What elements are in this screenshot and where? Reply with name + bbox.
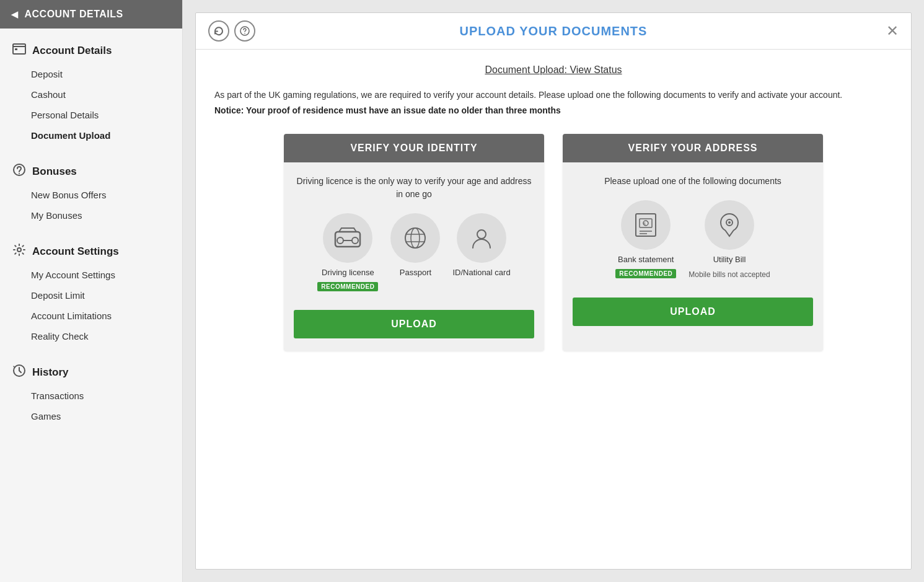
doc-notice: Notice: Your proof of residence must hav…	[214, 105, 892, 115]
verify-address-header: VERIFY YOUR ADDRESS	[563, 134, 823, 162]
option-driving-license[interactable]: Driving license RECOMMENDED	[317, 213, 378, 291]
sidebar-item-cashout[interactable]: Cashout	[0, 84, 182, 105]
passport-icon	[390, 213, 440, 263]
bank-statement-icon: $	[621, 200, 671, 250]
account-icon	[12, 42, 26, 59]
header-icons	[208, 20, 255, 42]
sidebar-item-my-account-settings[interactable]: My Account Settings	[0, 265, 182, 285]
sidebar-item-new-bonus-offers[interactable]: New Bonus Offers	[0, 185, 182, 205]
svg-point-11	[352, 237, 358, 244]
sidebar-section-label-bonuses: Bonuses	[32, 165, 77, 178]
sidebar-section-label-settings: Account Settings	[32, 245, 119, 258]
doc-upload-link[interactable]: Document Upload: View Status	[214, 64, 892, 76]
driving-license-icon	[323, 213, 372, 263]
sidebar-section-label-account: Account Details	[32, 45, 112, 57]
svg-point-12	[405, 228, 425, 248]
modal: UPLOAD YOUR DOCUMENTS ✕ Document Upload:…	[195, 12, 912, 570]
sidebar-item-my-bonuses[interactable]: My Bonuses	[0, 205, 182, 226]
svg-rect-17	[636, 214, 656, 236]
sidebar-section-settings: Account Settings My Account Settings Dep…	[0, 229, 182, 350]
doc-description: As part of the UK gaming regulations, we…	[214, 88, 892, 102]
sidebar-item-document-upload[interactable]: Document Upload	[0, 125, 182, 146]
sidebar-section-history: History Transactions Games	[0, 350, 182, 430]
driving-license-recommended: RECOMMENDED	[317, 282, 378, 291]
address-upload-button[interactable]: UPLOAD	[573, 298, 813, 326]
modal-title: UPLOAD YOUR DOCUMENTS	[460, 24, 648, 38]
settings-icon	[12, 243, 26, 260]
sidebar-section-title-bonuses[interactable]: Bonuses	[0, 158, 182, 185]
utility-bill-label: Utility Bill	[713, 255, 746, 264]
sidebar-item-reality-check[interactable]: Reality Check	[0, 326, 182, 346]
sidebar-item-games[interactable]: Games	[0, 406, 182, 426]
passport-label: Passport	[400, 268, 431, 277]
svg-point-5	[17, 248, 21, 252]
chevron-left-icon: ◀	[11, 9, 19, 19]
svg-rect-9	[335, 232, 360, 247]
sidebar-item-personal-details[interactable]: Personal Details	[0, 105, 182, 125]
sidebar-item-deposit[interactable]: Deposit	[0, 64, 182, 84]
svg-point-10	[337, 237, 343, 244]
sidebar-header-label: ACCOUNT DETAILS	[25, 9, 123, 20]
svg-point-16	[477, 230, 486, 239]
svg-point-8	[244, 33, 245, 34]
close-button[interactable]: ✕	[886, 24, 899, 38]
sidebar-section-title-settings[interactable]: Account Settings	[0, 238, 182, 265]
verify-address-body: Please upload one of the following docum…	[563, 162, 823, 338]
history-icon	[12, 364, 26, 381]
help-icon[interactable]	[234, 20, 255, 42]
sidebar-section-account: Account Details Deposit Cashout Personal…	[0, 29, 182, 149]
option-passport[interactable]: Passport	[390, 213, 440, 291]
modal-header: UPLOAD YOUR DOCUMENTS ✕	[196, 13, 911, 50]
utility-bill-icon	[705, 200, 754, 250]
id-card-icon	[457, 213, 506, 263]
id-card-label: ID/National card	[452, 268, 510, 277]
verify-address-subtitle: Please upload one of the following docum…	[604, 175, 781, 188]
sidebar-section-title-account[interactable]: Account Details	[0, 37, 182, 64]
main-content: UPLOAD YOUR DOCUMENTS ✕ Document Upload:…	[183, 0, 924, 582]
svg-point-13	[411, 228, 420, 248]
utility-bill-note: Mobile bills not accepted	[689, 270, 770, 279]
bonuses-icon	[12, 163, 26, 180]
sidebar-section-bonuses: Bonuses New Bonus Offers My Bonuses	[0, 149, 182, 229]
sidebar-item-transactions[interactable]: Transactions	[0, 386, 182, 406]
sidebar-section-label-history: History	[32, 366, 69, 379]
sidebar-item-account-limitations[interactable]: Account Limitations	[0, 306, 182, 326]
option-utility-bill[interactable]: Utility Bill Mobile bills not accepted	[689, 200, 770, 279]
sidebar-item-deposit-limit[interactable]: Deposit Limit	[0, 285, 182, 306]
svg-point-4	[19, 173, 20, 174]
svg-rect-2	[15, 48, 17, 50]
refresh-icon[interactable]	[208, 20, 229, 42]
option-bank-statement[interactable]: $ Bank statement RECOMMENDED	[615, 200, 676, 279]
verify-identity-body: Driving licence is the only way to verif…	[284, 162, 544, 351]
verify-identity-card: VERIFY YOUR IDENTITY Driving licence is …	[284, 134, 544, 351]
bank-statement-recommended: RECOMMENDED	[615, 269, 676, 278]
sidebar-header[interactable]: ◀ ACCOUNT DETAILS	[0, 0, 182, 29]
sidebar: ◀ ACCOUNT DETAILS Account Details Deposi…	[0, 0, 183, 582]
verify-identity-header: VERIFY YOUR IDENTITY	[284, 134, 544, 162]
doc-status-anchor[interactable]: Document Upload: View Status	[485, 64, 622, 75]
svg-text:$: $	[644, 222, 646, 226]
verify-address-card: VERIFY YOUR ADDRESS Please upload one of…	[563, 134, 823, 351]
bank-statement-label: Bank statement	[618, 255, 674, 264]
address-options-row: $ Bank statement RECOMMENDED	[615, 200, 770, 279]
svg-point-24	[728, 221, 731, 224]
sidebar-section-title-history[interactable]: History	[0, 359, 182, 386]
svg-rect-18	[640, 219, 652, 227]
identity-upload-button[interactable]: UPLOAD	[294, 310, 534, 338]
driving-license-label: Driving license	[322, 268, 374, 277]
cards-row: VERIFY YOUR IDENTITY Driving licence is …	[214, 134, 892, 351]
modal-body: Document Upload: View Status As part of …	[196, 50, 911, 569]
verify-identity-subtitle: Driving licence is the only way to verif…	[294, 175, 534, 201]
identity-options-row: Driving license RECOMMENDED	[317, 213, 510, 291]
option-id-card[interactable]: ID/National card	[452, 213, 510, 291]
